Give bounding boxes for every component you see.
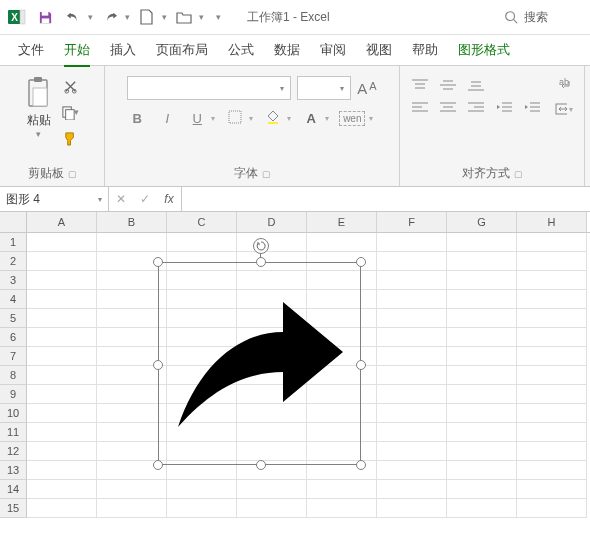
merge-center-icon[interactable]: ▾ <box>555 102 573 116</box>
font-name-combo[interactable]: ▾ <box>127 76 291 100</box>
redo-dropdown-icon[interactable]: ▾ <box>125 12 130 22</box>
cell[interactable] <box>517 385 587 404</box>
cell[interactable] <box>27 347 97 366</box>
redo-icon[interactable] <box>99 6 121 28</box>
resize-handle[interactable] <box>153 257 163 267</box>
col-header[interactable]: H <box>517 212 587 232</box>
undo-dropdown-icon[interactable]: ▾ <box>88 12 93 22</box>
cell[interactable] <box>97 290 167 309</box>
resize-handle[interactable] <box>356 460 366 470</box>
cell[interactable] <box>27 499 97 518</box>
cell[interactable] <box>517 309 587 328</box>
cell[interactable] <box>97 442 167 461</box>
phonetic-button[interactable]: wen <box>339 111 365 126</box>
cell[interactable] <box>517 442 587 461</box>
cell[interactable] <box>517 461 587 480</box>
resize-handle[interactable] <box>356 257 366 267</box>
cell[interactable] <box>27 252 97 271</box>
cell[interactable] <box>237 480 307 499</box>
new-file-dropdown-icon[interactable]: ▾ <box>162 12 167 22</box>
cell[interactable] <box>97 271 167 290</box>
cell[interactable] <box>27 366 97 385</box>
paste-dropdown-icon[interactable]: ▾ <box>36 129 41 139</box>
search-box[interactable]: 搜索 <box>504 9 584 26</box>
open-folder-icon[interactable] <box>173 6 195 28</box>
row-header[interactable]: 14 <box>0 480 27 499</box>
cell[interactable] <box>517 271 587 290</box>
cell[interactable] <box>27 461 97 480</box>
row-header[interactable]: 11 <box>0 423 27 442</box>
cell[interactable] <box>167 480 237 499</box>
cell[interactable] <box>167 233 237 252</box>
cell[interactable] <box>27 328 97 347</box>
new-file-icon[interactable] <box>136 6 158 28</box>
undo-icon[interactable] <box>62 6 84 28</box>
row-header[interactable]: 15 <box>0 499 27 518</box>
cell[interactable] <box>27 290 97 309</box>
cell[interactable] <box>377 328 447 347</box>
cell[interactable] <box>377 233 447 252</box>
row-header[interactable]: 3 <box>0 271 27 290</box>
col-header[interactable]: B <box>97 212 167 232</box>
col-header[interactable]: F <box>377 212 447 232</box>
row-header[interactable]: 6 <box>0 328 27 347</box>
tab-help[interactable]: 帮助 <box>412 35 438 65</box>
align-right-icon[interactable] <box>467 100 485 114</box>
namebox-dropdown-icon[interactable]: ▾ <box>98 195 102 204</box>
cell[interactable] <box>377 309 447 328</box>
resize-handle[interactable] <box>153 360 163 370</box>
cell[interactable] <box>447 442 517 461</box>
cell[interactable] <box>377 480 447 499</box>
cell[interactable] <box>97 480 167 499</box>
cell[interactable] <box>447 347 517 366</box>
tab-view[interactable]: 视图 <box>366 35 392 65</box>
cell[interactable] <box>517 366 587 385</box>
qat-customize-icon[interactable]: ▾ <box>216 12 221 22</box>
selected-shape[interactable] <box>158 262 361 465</box>
format-painter-icon[interactable] <box>60 128 80 148</box>
cell[interactable] <box>447 271 517 290</box>
underline-button[interactable]: U <box>187 111 207 126</box>
cell[interactable] <box>27 404 97 423</box>
formula-input[interactable] <box>182 187 590 211</box>
col-header[interactable]: C <box>167 212 237 232</box>
open-dropdown-icon[interactable]: ▾ <box>199 12 204 22</box>
align-left-icon[interactable] <box>411 100 429 114</box>
cut-icon[interactable] <box>60 76 80 96</box>
font-size-combo[interactable]: ▾ <box>297 76 351 100</box>
cell[interactable] <box>97 385 167 404</box>
copy-icon[interactable]: ▾ <box>60 102 80 122</box>
cell[interactable] <box>517 233 587 252</box>
curved-arrow-shape[interactable] <box>168 297 348 437</box>
increase-indent-icon[interactable] <box>523 100 541 114</box>
rotate-handle[interactable] <box>253 238 269 254</box>
cell[interactable] <box>377 461 447 480</box>
cell[interactable] <box>307 233 377 252</box>
paste-button[interactable]: 粘贴 ▾ <box>24 70 54 139</box>
cell[interactable] <box>27 233 97 252</box>
cell[interactable] <box>447 385 517 404</box>
tab-insert[interactable]: 插入 <box>110 35 136 65</box>
name-box[interactable]: 图形 4▾ <box>0 187 109 211</box>
align-middle-icon[interactable] <box>439 78 457 92</box>
cell[interactable] <box>517 404 587 423</box>
cell[interactable] <box>237 499 307 518</box>
row-header[interactable]: 5 <box>0 309 27 328</box>
resize-handle[interactable] <box>256 257 266 267</box>
cell[interactable] <box>377 404 447 423</box>
wrap-text-icon[interactable]: ab <box>555 78 573 92</box>
col-header[interactable]: D <box>237 212 307 232</box>
decrease-font-icon[interactable]: A <box>369 80 376 97</box>
col-header[interactable]: A <box>27 212 97 232</box>
font-color-button[interactable]: A <box>301 111 321 126</box>
cell[interactable] <box>447 309 517 328</box>
cell[interactable] <box>447 423 517 442</box>
cell[interactable] <box>447 366 517 385</box>
cell[interactable] <box>377 385 447 404</box>
cell[interactable] <box>447 252 517 271</box>
cell[interactable] <box>97 404 167 423</box>
cell[interactable] <box>377 442 447 461</box>
row-header[interactable]: 13 <box>0 461 27 480</box>
italic-button[interactable]: I <box>157 111 177 126</box>
cell[interactable] <box>447 404 517 423</box>
